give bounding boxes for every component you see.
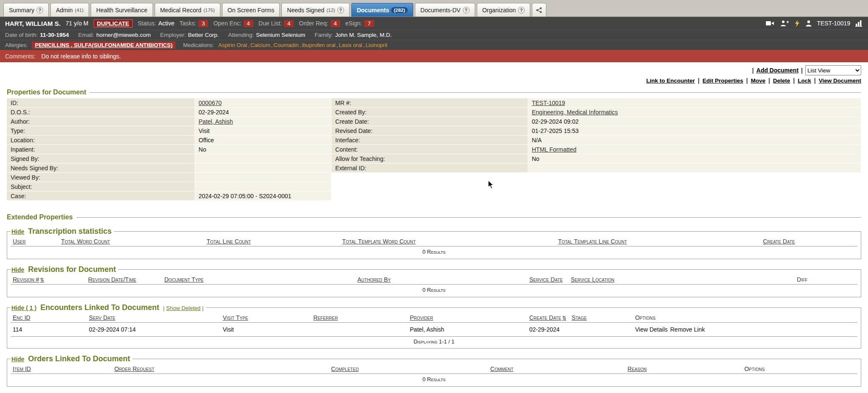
hide-transcription-link[interactable]: Hide [11,228,24,235]
help-icon[interactable]: ? [36,7,43,14]
col-visit-type[interactable]: Visit Type [223,314,248,321]
col-service-location[interactable]: Service Location [571,276,615,283]
help-icon[interactable]: ? [337,7,344,14]
tab-share-settings[interactable] [532,3,546,17]
edit-properties-link[interactable]: Edit Properties [702,77,743,84]
col-service-date[interactable]: Service Date [529,276,563,283]
col-document-type[interactable]: Document Type [164,276,204,283]
view-details-link[interactable]: View Details [635,326,668,333]
orders-section: Hide Orders Linked To Document Item ID O… [7,354,861,387]
tab-medical-record[interactable]: Medical Record (175) [155,3,220,17]
show-deleted-link[interactable]: Show Deleted [166,305,200,311]
tab-label: On Screen Forms [228,7,274,14]
employer-label: Employer: [160,32,186,38]
tab-organization[interactable]: Organization ? [477,3,530,17]
tab-on-screen-forms[interactable]: On Screen Forms [222,3,280,17]
property-value: TEST-10019 [528,98,861,108]
col-total-line-count[interactable]: Total Line Count [207,238,251,245]
col-revision-number[interactable]: Revision # [13,276,39,283]
due-list-counter: Due List: 4 [259,20,294,27]
open-enc-count-badge[interactable]: 4 [244,20,253,27]
tab-needs-signed[interactable]: Needs Signed (12) ? [281,3,349,17]
due-list-count-badge[interactable]: 4 [284,20,294,27]
col-enc-id[interactable]: Enc ID [13,314,31,321]
medication-link[interactable]: Aspirin Oral [218,42,247,48]
email-label: Email: [78,32,95,38]
table-footer-row: Displaying 1-1 / 1 [11,337,857,347]
add-document-link[interactable]: Add Document [757,67,799,74]
col-comment[interactable]: Comment [490,365,514,372]
property-label: Inpatient: [7,145,195,154]
lock-link[interactable]: Lock [798,77,811,84]
tab-health-surveillance[interactable]: Health Surveillance [91,3,153,17]
medication-link[interactable]: Lisinopril [365,42,387,48]
col-stage[interactable]: Stage [572,314,587,321]
hide-orders-link[interactable]: Hide [11,356,24,363]
separator: | [814,77,816,84]
medication-link[interactable]: Coumadin [273,42,298,48]
dob-field: Date of birth: 11-30-1954 [5,32,69,38]
encounter-row[interactable]: 114 02-29-2024 07:14 Visit Patel, Ashish… [11,323,857,337]
tab-summary[interactable]: Summary ? [3,3,49,17]
email-value: horner@mieweb.com [96,32,151,38]
author-link[interactable]: Patel, Ashish [199,118,233,125]
lightning-icon[interactable] [795,20,800,27]
property-value [195,163,332,173]
help-icon[interactable]: ? [518,7,525,14]
mr-number-link[interactable]: TEST-10019 [532,100,565,106]
remove-link-link[interactable]: Remove Link [670,326,705,333]
view-document-link[interactable]: View Document [819,77,861,84]
tab-documents[interactable]: Documents (282) [351,3,413,17]
medication-link[interactable]: Lasix oral [339,42,362,48]
tasks-count-badge[interactable]: 3 [198,20,208,27]
sort-icon[interactable]: ⇅ [40,277,44,283]
esign-label: eSign: [345,20,362,27]
col-total-template-word-count[interactable]: Total Template Word Count [342,238,416,245]
options-cell: View DetailsRemove Link [633,323,857,337]
demographics-bar: Date of birth: 11-30-1954 Email: horner@… [0,30,868,40]
col-total-word-count[interactable]: Total Word Count [61,238,110,245]
tab-admin[interactable]: Admin (41) [50,3,89,17]
col-revision-datetime[interactable]: Revision Date/Time [88,276,136,283]
col-create-date[interactable]: Create Date [763,238,795,245]
hide-encounters-link[interactable]: Hide ( 1 ) [11,304,36,311]
view-mode-select[interactable]: List View [805,65,861,75]
allergies-label: Allergies: [5,42,28,48]
col-authored-by[interactable]: Authored By [357,276,391,283]
col-order-request[interactable]: Order Request [114,365,154,372]
property-row: Author: Patel, Ashish Create Date: 02-29… [7,117,861,126]
medication-link[interactable]: ibuprofen oral [302,42,336,48]
col-create-date[interactable]: Create Date [529,314,561,321]
help-icon[interactable]: ? [463,7,470,14]
content-format-link[interactable]: HTML Formatted [532,146,576,153]
col-completed[interactable]: Completed [331,365,359,372]
delete-link[interactable]: Delete [773,77,790,84]
created-by-link[interactable]: Engineering, Medical Informatics [532,109,618,116]
duplicate-flag[interactable]: DUPLICATE [94,19,133,28]
medication-link[interactable]: Calcium [250,42,270,48]
col-serv-date[interactable]: Serv Date [89,314,115,321]
empty-cell [331,191,861,201]
tab-documents-dv[interactable]: Documents-DV ? [415,3,475,17]
move-link[interactable]: Move [751,77,765,84]
esign-count-badge[interactable]: 7 [364,20,374,27]
order-req-count-badge[interactable]: 4 [331,20,340,27]
allergy-list-link[interactable]: PENICILLINS , SULFA(SULFONAMIDE ANTIBIOT… [32,42,175,49]
property-label: Allow for Teaching: [331,154,528,163]
col-reason[interactable]: Reason [628,365,647,372]
col-item-id[interactable]: Item ID [13,365,31,372]
allergies-bar: Allergies: PENICILLINS , SULFA(SULFONAMI… [0,40,868,50]
col-provider[interactable]: Provider [410,314,433,321]
add-user-icon[interactable] [780,20,789,27]
col-user[interactable]: User [13,238,26,245]
link-to-encounter-link[interactable]: Link to Encounter [646,77,695,84]
sort-icon[interactable]: ⇅ [562,315,566,321]
video-camera-icon[interactable] [766,20,774,26]
col-referrer[interactable]: Referrer [313,314,338,321]
document-id-link[interactable]: 0000670 [199,100,222,106]
dob-label: Date of birth: [5,32,38,38]
revisions-legend: Hide Revisions for Document [11,265,118,274]
hide-revisions-link[interactable]: Hide [11,266,24,273]
stats-icon[interactable] [855,20,863,27]
col-total-template-line-count[interactable]: Total Template Line Count [558,238,627,245]
